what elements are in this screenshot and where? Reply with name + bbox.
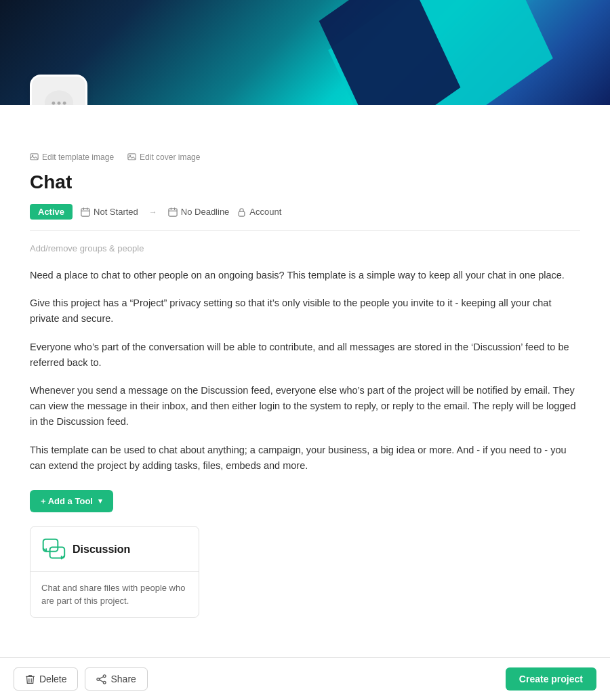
- svg-point-0: [52, 101, 55, 104]
- avatar: [30, 75, 87, 105]
- active-badge[interactable]: Active: [30, 204, 73, 220]
- groups-label[interactable]: Add/remove groups & people: [30, 243, 144, 253]
- share-button[interactable]: Share: [85, 667, 147, 691]
- calendar-icon: [81, 207, 90, 217]
- main-content: Edit template image Edit cover image Cha…: [0, 139, 610, 700]
- footer: Delete Share Create project: [0, 657, 610, 700]
- edit-cover-button[interactable]: Edit cover image: [127, 152, 200, 162]
- discussion-icon: [41, 537, 66, 562]
- groups-row: Add/remove groups & people: [30, 242, 580, 254]
- svg-rect-5: [128, 153, 136, 159]
- chevron-down-icon: ▾: [98, 497, 102, 506]
- deadline-status[interactable]: No Deadline: [168, 207, 230, 217]
- cover-image: [0, 0, 610, 105]
- page-container: Edit template image Edit cover image Cha…: [0, 0, 610, 700]
- desc-p4: Whenever you send a message on the Discu…: [30, 383, 580, 430]
- desc-p5: This template can be used to chat about …: [30, 442, 580, 474]
- svg-point-2: [62, 101, 66, 104]
- tool-description: Chat and share files with people who are…: [41, 581, 188, 608]
- edit-controls: Edit template image Edit cover image: [30, 152, 580, 162]
- svg-point-1: [57, 101, 60, 104]
- delete-label: Delete: [39, 674, 66, 684]
- account-status[interactable]: Account: [237, 207, 281, 217]
- chat-icon: [41, 86, 77, 106]
- desc-p1: Need a place to chat to other people on …: [30, 268, 580, 283]
- add-tool-label: + Add a Tool: [41, 496, 93, 506]
- tool-name: Discussion: [73, 543, 130, 556]
- edit-template-button[interactable]: Edit template image: [30, 152, 114, 162]
- arrow-icon: →: [149, 207, 157, 217]
- svg-rect-3: [30, 153, 38, 159]
- image-icon: [30, 153, 39, 162]
- trash-icon: [25, 674, 35, 684]
- delete-button[interactable]: Delete: [14, 667, 78, 691]
- svg-rect-8: [169, 208, 177, 215]
- share-label: Share: [110, 674, 136, 684]
- svg-point-13: [97, 678, 100, 680]
- page-title: Chat: [30, 171, 580, 193]
- add-tool-button[interactable]: + Add a Tool ▾: [30, 490, 113, 512]
- share-icon: [96, 674, 106, 684]
- start-status[interactable]: Not Started: [81, 207, 138, 217]
- svg-point-6: [129, 155, 131, 156]
- svg-point-12: [104, 674, 106, 677]
- desc-p3: Everyone who’s part of the conversation …: [30, 339, 580, 371]
- project-description: Need a place to chat to other people on …: [30, 268, 580, 474]
- status-bar: Active Not Started → No Deadline: [30, 204, 580, 231]
- svg-rect-7: [81, 208, 89, 215]
- discussion-tool-card: Discussion Chat and share files with peo…: [30, 526, 199, 618]
- calendar-icon-2: [168, 207, 178, 217]
- svg-point-14: [104, 681, 106, 684]
- tool-card-body: Chat and share files with people who are…: [30, 572, 199, 617]
- lock-icon: [237, 207, 246, 217]
- image-icon-2: [127, 153, 136, 162]
- svg-rect-9: [239, 211, 245, 216]
- footer-left: Delete Share: [14, 667, 148, 691]
- create-project-button[interactable]: Create project: [506, 667, 596, 691]
- tool-card-header: Discussion: [30, 527, 199, 572]
- desc-p2: Give this project has a “Project” privac…: [30, 295, 580, 327]
- svg-point-4: [32, 155, 33, 156]
